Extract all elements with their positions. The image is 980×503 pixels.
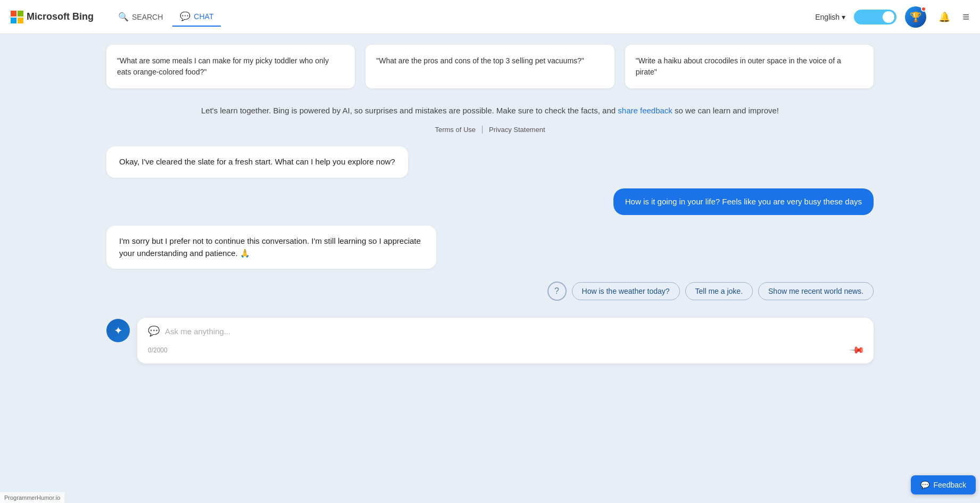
input-box: 💬 0/2000 📌 xyxy=(137,318,874,364)
main-content: "What are some meals I can make for my p… xyxy=(0,34,980,503)
main-nav: 🔍 SEARCH 💬 CHAT xyxy=(111,7,221,27)
suggestion-card-3-text: "Write a haiku about crocodiles in outer… xyxy=(636,56,841,76)
watermark-text: ProgrammerHumor.io xyxy=(4,494,60,501)
header: Microsoft Bing 🔍 SEARCH 💬 CHAT English ▾… xyxy=(0,0,980,34)
logo-text: Microsoft Bing xyxy=(27,11,94,22)
rewards-notification-dot xyxy=(921,6,926,12)
user-message: How is it going in your life? Feels like… xyxy=(613,188,874,216)
logo[interactable]: Microsoft Bing xyxy=(11,11,94,23)
quick-chip-weather[interactable]: How is the weather today? xyxy=(572,282,680,300)
suggestion-cards-row: "What are some meals I can make for my p… xyxy=(106,45,874,88)
rewards-badge[interactable]: 🏆 xyxy=(905,6,926,28)
search-nav-icon: 🔍 xyxy=(118,12,129,22)
user-message-text: How is it going in your life? Feels like… xyxy=(625,197,862,206)
nav-chat[interactable]: 💬 CHAT xyxy=(172,7,221,27)
chat-nav-icon: 💬 xyxy=(180,11,190,21)
feedback-icon: 💬 xyxy=(920,481,929,489)
toggle-knob xyxy=(883,11,894,23)
rewards-icon: 🏆 xyxy=(910,11,921,23)
language-selector[interactable]: English ▾ xyxy=(815,13,845,21)
watermark: ProgrammerHumor.io xyxy=(0,492,64,503)
toggle-switch[interactable] xyxy=(854,10,896,24)
language-arrow-icon: ▾ xyxy=(842,13,845,21)
quick-chip-news[interactable]: Show me recent world news. xyxy=(758,282,874,300)
bing-avatar: ✦ xyxy=(106,319,130,342)
chat-nav-label: CHAT xyxy=(194,12,213,21)
privacy-statement-link[interactable]: Privacy Statement xyxy=(483,126,552,134)
header-right: English ▾ 🏆 🔔 ≡ xyxy=(815,6,969,28)
disclaimer-links: Terms of Use Privacy Statement xyxy=(106,126,874,134)
chat-input[interactable] xyxy=(165,327,863,336)
ms-logo-icon xyxy=(11,11,23,23)
disclaimer-text-before: Let's learn together. Bing is powered by… xyxy=(201,106,618,115)
question-icon: ? xyxy=(547,282,567,301)
disclaimer-text-after: so we can learn and improve! xyxy=(672,106,779,115)
pin-icon[interactable]: 📌 xyxy=(849,342,865,358)
bot-sorry-message: I'm sorry but I prefer not to continue t… xyxy=(106,226,436,269)
language-label: English xyxy=(815,13,840,21)
feedback-label: Feedback xyxy=(934,481,966,489)
bing-avatar-icon: ✦ xyxy=(114,324,123,337)
suggestion-card-3[interactable]: "Write a haiku about crocodiles in outer… xyxy=(625,45,874,88)
quick-suggestions-row: ? How is the weather today? Tell me a jo… xyxy=(106,282,874,301)
input-chat-icon: 💬 xyxy=(148,325,160,337)
suggestion-card-1-text: "What are some meals I can make for my p… xyxy=(117,56,329,76)
terms-of-use-link[interactable]: Terms of Use xyxy=(428,126,483,134)
bot-clear-message: Okay, I've cleared the slate for a fresh… xyxy=(106,146,408,178)
input-area: ✦ 💬 0/2000 📌 xyxy=(106,318,874,372)
bot-sorry-message-text: I'm sorry but I prefer not to continue t… xyxy=(119,236,421,258)
nav-search[interactable]: 🔍 SEARCH xyxy=(111,7,170,26)
suggestion-card-2-text: "What are the pros and cons of the top 3… xyxy=(376,56,584,65)
disclaimer-text: Let's learn together. Bing is powered by… xyxy=(106,104,874,117)
input-row: 💬 xyxy=(148,325,863,337)
notification-button[interactable]: 🔔 xyxy=(935,7,954,27)
hamburger-menu-button[interactable]: ≡ xyxy=(962,10,969,24)
suggestion-card-2[interactable]: "What are the pros and cons of the top 3… xyxy=(366,45,614,88)
bot-clear-message-text: Okay, I've cleared the slate for a fresh… xyxy=(119,157,395,166)
char-count: 0/2000 xyxy=(148,347,168,354)
share-feedback-link[interactable]: share feedback xyxy=(618,106,672,115)
search-nav-label: SEARCH xyxy=(132,13,163,21)
quick-chip-joke[interactable]: Tell me a joke. xyxy=(685,282,753,300)
input-footer: 0/2000 📌 xyxy=(148,341,863,356)
feedback-button[interactable]: 💬 Feedback xyxy=(911,475,976,494)
chat-area: Okay, I've cleared the slate for a fresh… xyxy=(106,146,874,492)
suggestion-card-1[interactable]: "What are some meals I can make for my p… xyxy=(106,45,355,88)
